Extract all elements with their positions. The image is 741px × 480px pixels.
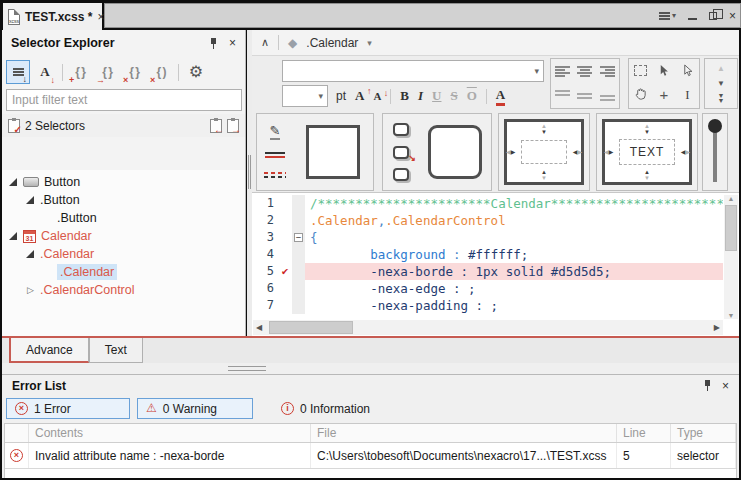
font-increase-button[interactable]: A↑: [355, 88, 364, 104]
fold-collapse-button[interactable]: −: [292, 229, 305, 246]
padding-preview[interactable]: ▲▼ ▲▼ ◀▶ ◀▶: [504, 119, 584, 185]
tab-advance[interactable]: Advance: [9, 338, 89, 363]
expander-expanded-icon[interactable]: [8, 177, 19, 188]
add-tool-button[interactable]: +: [652, 82, 675, 109]
padding-left-arrows[interactable]: ◀▶: [506, 149, 515, 155]
padding-top-arrows[interactable]: ▲▼: [644, 123, 650, 135]
font-color-button[interactable]: A: [496, 87, 505, 106]
tab-text[interactable]: Text: [89, 338, 143, 363]
padding-bottom-arrows[interactable]: ▲▼: [644, 169, 650, 181]
valign-bottom-button[interactable]: [596, 84, 619, 109]
code-line-6[interactable]: 6 -nexa-edge : ;: [252, 280, 723, 297]
cursor-arrow-button[interactable]: [652, 59, 675, 82]
valign-middle-button[interactable]: [574, 84, 597, 109]
code-line-5[interactable]: 5✔ -nexa-borde : 1px solid #d5d5d5;: [252, 263, 723, 280]
edit-border-icon[interactable]: ✎: [270, 124, 281, 140]
tree-item-button[interactable]: Button: [2, 173, 245, 191]
strikethrough-button[interactable]: S: [450, 88, 457, 104]
font-family-combobox[interactable]: [282, 60, 544, 82]
text-cursor-button[interactable]: I: [676, 82, 699, 109]
scroll-bottom-icon[interactable]: ▼▼: [718, 93, 725, 103]
tree-item-calendar[interactable]: 31Calendar: [2, 227, 245, 245]
column-header-line[interactable]: Line: [617, 424, 671, 442]
delete-selector-button[interactable]: { }×: [122, 60, 146, 84]
insert-selector-button[interactable]: { }→: [95, 60, 119, 84]
expander-collapsed-icon[interactable]: ▷: [25, 285, 36, 296]
hand-tool-button[interactable]: [629, 82, 652, 109]
italic-button[interactable]: I: [418, 88, 423, 104]
underline-button[interactable]: U: [432, 88, 441, 104]
error-row[interactable]: ×Invalid attribute name : -nexa-bordeC:\…: [5, 443, 736, 469]
expander-expanded-icon[interactable]: [25, 249, 36, 260]
border-preview[interactable]: [306, 125, 360, 179]
dashed-line-styles-icon[interactable]: [264, 170, 286, 180]
document-tab[interactable]: xcss TEST.xcss * ×: [3, 3, 102, 30]
restore-icon[interactable]: [709, 12, 717, 20]
scrollbar-thumb[interactable]: [725, 205, 737, 251]
scroll-up-icon[interactable]: ▲: [717, 64, 725, 73]
code-line-3[interactable]: 3−{: [252, 229, 723, 246]
tree-item-button[interactable]: .Button: [2, 191, 245, 209]
scrollbar-thumb[interactable]: [269, 321, 353, 334]
code-line-1[interactable]: 1/***********************Calendar*******…: [252, 195, 723, 212]
column-header-type[interactable]: Type: [671, 424, 736, 442]
pin-icon[interactable]: [209, 38, 219, 49]
horizontal-splitter[interactable]: [2, 363, 739, 374]
font-size-combobox[interactable]: [282, 85, 328, 107]
tree-item-button[interactable]: .Button: [2, 209, 245, 227]
add-selector-button[interactable]: { }+: [68, 60, 92, 84]
panel-close-icon[interactable]: ×: [722, 379, 729, 393]
column-header-contents[interactable]: Contents: [29, 424, 311, 442]
padding-left-arrows[interactable]: ◀▶: [604, 149, 613, 155]
cursor-arrow-outline-button[interactable]: [676, 59, 699, 82]
scroll-down-icon[interactable]: ▼: [717, 79, 725, 88]
align-left-button[interactable]: [551, 59, 574, 84]
font-decrease-button[interactable]: A↓: [373, 90, 381, 102]
bold-button[interactable]: B: [400, 88, 409, 104]
column-header-file[interactable]: File: [311, 424, 617, 442]
padding-bottom-arrows[interactable]: ▲▼: [541, 169, 547, 181]
padding-top-arrows[interactable]: ▲▼: [541, 123, 547, 135]
marquee-select-button[interactable]: [629, 59, 652, 82]
vertical-scrollbar[interactable]: ▲ ▼: [724, 195, 738, 319]
valign-top-button[interactable]: [551, 84, 574, 109]
align-center-button[interactable]: [574, 59, 597, 84]
selector-filter-input[interactable]: [6, 89, 242, 111]
corner-option-resize-icon[interactable]: ↘: [393, 146, 409, 159]
opacity-slider[interactable]: [703, 114, 727, 190]
fold-minus-icon[interactable]: −: [294, 233, 303, 242]
window-list-icon[interactable]: ▾: [659, 11, 676, 20]
delete-selector-block-button[interactable]: { )×: [149, 60, 173, 84]
sort-alphabetical-button[interactable]: A↓: [33, 60, 57, 84]
sort-by-type-button[interactable]: ↓: [6, 60, 30, 84]
text-padding-preview[interactable]: TEXT ▲▼ ▲▼ ◀▶ ◀▶: [602, 119, 692, 185]
corner-option-icon[interactable]: [393, 168, 409, 181]
code-line-4[interactable]: 4 background : #ffffff;: [252, 246, 723, 263]
window-close-icon[interactable]: ×: [729, 9, 736, 23]
horizontal-scrollbar[interactable]: ◀ ▶: [253, 320, 723, 335]
selector-dropdown-icon[interactable]: ▾: [367, 38, 372, 48]
pin-icon[interactable]: [703, 380, 713, 391]
align-right-button[interactable]: [596, 59, 619, 84]
code-line-2[interactable]: 2.Calendar,.CalendarControl: [252, 212, 723, 229]
tree-item-calendar[interactable]: .Calendar: [2, 245, 245, 263]
tree-item-calendarcontrol[interactable]: ▷.CalendarControl: [2, 281, 245, 299]
solid-line-styles-icon[interactable]: [265, 150, 285, 160]
tree-item-calendar[interactable]: .Calendar: [2, 263, 245, 281]
padding-right-arrows[interactable]: ◀▶: [573, 149, 582, 155]
code-editor[interactable]: 1/***********************Calendar*******…: [252, 192, 739, 336]
overline-button[interactable]: O: [467, 88, 477, 104]
filter-warning-button[interactable]: ⚠0 Warning: [137, 398, 253, 419]
expander-expanded-icon[interactable]: [8, 231, 19, 242]
collapse-toolbar-icon[interactable]: ∧: [261, 36, 269, 49]
filter-information-button[interactable]: i0 Information: [272, 398, 379, 419]
expander-expanded-icon[interactable]: [25, 195, 36, 206]
corner-radius-preview[interactable]: [428, 125, 482, 179]
code-line-7[interactable]: 7 -nexa-padding : ;: [252, 297, 723, 314]
slider-knob[interactable]: [708, 119, 722, 133]
paste-out-icon[interactable]: →: [227, 119, 239, 133]
paste-in-icon[interactable]: ←: [210, 119, 222, 133]
filter-error-button[interactable]: ×1 Error: [6, 398, 130, 419]
panel-close-icon[interactable]: ×: [229, 36, 236, 50]
padding-right-arrows[interactable]: ◀▶: [681, 149, 690, 155]
